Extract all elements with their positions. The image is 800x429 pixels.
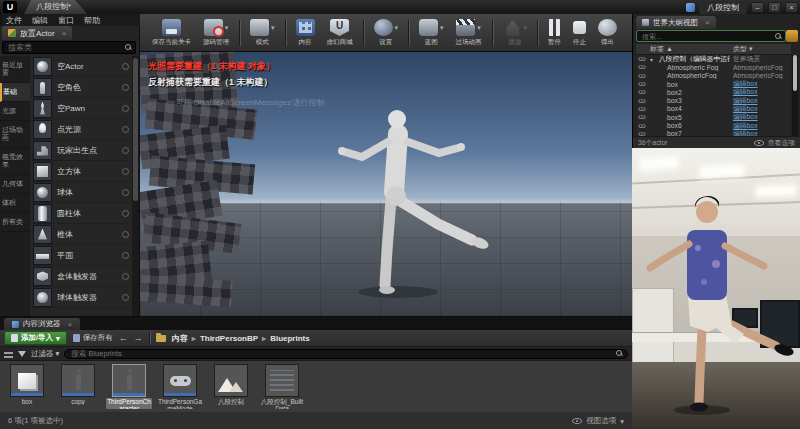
category-item[interactable]: 所有类 (0, 213, 30, 232)
placeable-item[interactable]: 空Pawn (30, 98, 132, 119)
placeable-item[interactable]: 平面 (30, 245, 132, 266)
chevron-down-icon[interactable]: ▾ (524, 24, 528, 32)
placeable-item[interactable]: 玩家出生点 (30, 140, 132, 161)
forward-button[interactable]: → (134, 333, 143, 343)
column-type[interactable]: 类型 ▾ (733, 44, 791, 54)
outliner-filter-icon[interactable] (786, 30, 798, 42)
toolbar-button[interactable]: ▾ 保存当前关卡 (146, 16, 197, 49)
toolbar-button[interactable]: ▾ 暂停 (542, 16, 567, 49)
tab-content-browser[interactable]: 内容浏览器 × (4, 318, 80, 330)
toolbar-button[interactable]: ▾ 虚幻商城 (321, 16, 359, 49)
close-icon[interactable]: × (68, 320, 73, 329)
close-button[interactable]: × (785, 2, 798, 13)
menu-item[interactable]: 文件 (6, 15, 22, 26)
asset-search-box[interactable] (64, 349, 628, 359)
filters-button[interactable]: 过滤器 ▾ (31, 349, 59, 359)
modes-scrollbar[interactable] (132, 56, 139, 316)
maximize-button[interactable]: □ (768, 2, 781, 13)
category-item[interactable]: 体积 (0, 194, 30, 213)
drag-grip-icon[interactable] (122, 210, 129, 217)
level-tab[interactable]: 八段控制* (24, 0, 87, 14)
tab-place-actors[interactable]: 放置Actor × (2, 26, 72, 40)
menu-item[interactable]: 窗口 (58, 15, 74, 26)
asset-tile[interactable]: 八段控制 (208, 364, 254, 409)
toolbar-button[interactable]: ▾ 源码管理 (197, 16, 235, 49)
save-all-button[interactable]: 保存所有 (73, 333, 113, 343)
visibility-eye-icon[interactable] (639, 65, 646, 69)
toolbar-button[interactable]: ▾ 模式 (244, 16, 281, 49)
visibility-eye-icon[interactable] (639, 74, 646, 78)
drag-grip-icon[interactable] (122, 63, 129, 70)
menu-item[interactable]: 帮助 (84, 15, 100, 26)
placeable-item[interactable]: 空角色 (30, 77, 132, 98)
toolbar-button[interactable]: ▾ 设置 (368, 16, 405, 49)
placeable-item[interactable]: 球体 (30, 182, 132, 203)
visibility-eye-icon[interactable] (639, 90, 646, 94)
outliner-scrollbar[interactable] (792, 55, 798, 136)
drag-grip-icon[interactable] (122, 273, 129, 280)
placeable-item[interactable]: 球体触发器 (30, 287, 132, 308)
class-search-box[interactable] (2, 41, 136, 54)
category-item[interactable]: 几何体 (0, 175, 30, 194)
breadcrumb-item[interactable]: ThirdPersonBP ▸ (200, 334, 266, 343)
minimize-button[interactable]: – (751, 2, 764, 13)
chevron-down-icon[interactable]: ▾ (477, 24, 481, 32)
placeable-item[interactable]: 盒体触发器 (30, 266, 132, 287)
actor-type[interactable]: 世界场景 (733, 55, 791, 64)
expander-icon[interactable]: ▾ (650, 56, 656, 63)
asset-search-input[interactable] (69, 348, 616, 359)
toolbar-button[interactable]: ▾ 播放 (497, 16, 534, 49)
outliner-search-box[interactable] (636, 30, 786, 42)
close-icon[interactable]: × (705, 18, 710, 27)
category-item[interactable]: 过场动画 (0, 121, 30, 148)
category-item[interactable]: 基础 (0, 83, 30, 102)
breadcrumb-item[interactable]: 内容 ▸ (172, 333, 196, 344)
category-item[interactable]: 光源 (0, 102, 30, 121)
drag-grip-icon[interactable] (122, 294, 129, 301)
visibility-eye-icon[interactable] (639, 57, 646, 61)
class-search-input[interactable] (6, 42, 125, 53)
back-button[interactable]: ← (119, 333, 128, 343)
visibility-eye-icon[interactable] (639, 99, 646, 103)
toolbar-button[interactable]: ▾ 过场动画 (450, 16, 488, 49)
actor-type[interactable]: 编辑box (733, 129, 791, 136)
outliner-row[interactable]: ▾ 八段控制（编辑器中运行） 世界场景 (636, 55, 791, 63)
chevron-down-icon[interactable]: ▾ (440, 24, 444, 32)
drag-grip-icon[interactable] (122, 252, 129, 259)
chevron-down-icon[interactable]: ▾ (225, 24, 229, 32)
tab-world-outliner[interactable]: 世界大纲视图 × (636, 16, 716, 29)
chevron-down-icon[interactable]: ▾ (271, 24, 275, 32)
asset-tile[interactable]: copy (55, 364, 101, 409)
drag-grip-icon[interactable] (122, 168, 129, 175)
asset-tile[interactable]: ThirdPersonGameMode (157, 364, 203, 409)
placeable-item[interactable]: 椎体 (30, 224, 132, 245)
visibility-eye-icon[interactable] (639, 107, 646, 111)
placeable-item[interactable]: 点光源 (30, 119, 132, 140)
sources-panel-icon[interactable] (4, 350, 13, 358)
drag-grip-icon[interactable] (122, 189, 129, 196)
breadcrumb-item[interactable]: Blueprints ▸ (270, 334, 310, 343)
visibility-eye-icon[interactable] (639, 115, 646, 119)
toolbar-button[interactable]: ▾ 蓝图 (413, 16, 450, 49)
drag-grip-icon[interactable] (122, 147, 129, 154)
drag-grip-icon[interactable] (122, 105, 129, 112)
column-label[interactable]: 标签 ▲ (636, 44, 733, 54)
level-viewport[interactable]: 光照需要重建（1 未构建 对象） 反射捕获需要重建（1 未构建） 可用'Disa… (140, 52, 632, 316)
chevron-down-icon[interactable]: ▾ (395, 24, 399, 32)
placeable-item[interactable]: 空Actor (30, 56, 132, 77)
funnel-icon[interactable] (18, 351, 26, 357)
outliner-row[interactable]: ▾ Atmospheric Fog AtmosphericFog (636, 63, 791, 71)
toolbar-button[interactable]: ▾ 内容 (290, 16, 321, 49)
close-icon[interactable]: × (62, 29, 67, 38)
toolbar-button[interactable]: ▾ 停止 (567, 16, 592, 49)
drag-grip-icon[interactable] (122, 126, 129, 133)
category-item[interactable]: 视觉效果 (0, 148, 30, 175)
add-import-button[interactable]: 添加/导入 ▾ (4, 331, 67, 345)
visibility-eye-icon[interactable] (639, 123, 646, 127)
actor-type[interactable]: AtmosphericFog (733, 64, 791, 71)
menu-item[interactable]: 编辑 (32, 15, 48, 26)
drag-grip-icon[interactable] (122, 84, 129, 91)
drag-grip-icon[interactable] (122, 231, 129, 238)
category-item[interactable]: 最近放置 (0, 56, 30, 83)
asset-tile[interactable]: box (4, 364, 50, 409)
